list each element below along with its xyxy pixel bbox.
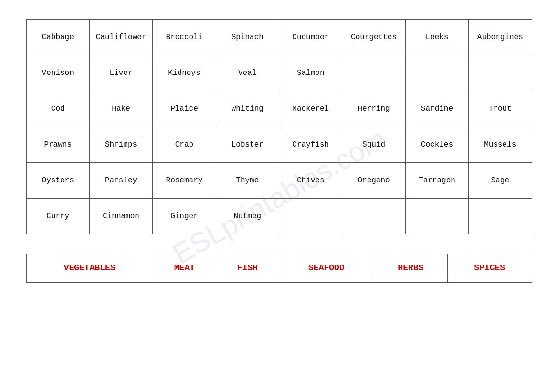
table-cell: Broccoli [153, 20, 216, 55]
table-cell: Venison [26, 55, 89, 91]
table-cell: Mussels [469, 127, 532, 163]
table-cell [342, 199, 405, 234]
legend-cell: VEGETABLES [26, 254, 153, 283]
table-cell: Squid [342, 127, 405, 163]
legend-cell: SPICES [447, 254, 532, 283]
table-cell: Lobster [216, 127, 279, 163]
table-cell: Prawns [26, 127, 89, 163]
table-cell: Cabbage [26, 20, 89, 55]
table-cell: Thyme [216, 163, 279, 199]
table-row: CabbageCauliflowerBroccoliSpinachCucumbe… [26, 20, 532, 55]
table-cell: Oregano [342, 163, 405, 199]
table-cell: Oysters [26, 163, 89, 199]
legend-cell: HERBS [374, 254, 447, 283]
table-cell [279, 199, 342, 234]
table-cell: Trout [469, 91, 532, 127]
table-cell: Veal [216, 55, 279, 91]
table-row: CurryCinnamonGingerNutmeg [26, 199, 532, 234]
table-cell: Chives [279, 163, 342, 199]
table-row: VenisonLiverKidneysVealSalmon [26, 55, 532, 91]
table-cell: Mackerel [279, 91, 342, 127]
legend-cell: SEAFOOD [279, 254, 374, 283]
legend-table: VEGETABLESMEATFISHSEAFOODHERBSSPICES [26, 254, 532, 283]
table-cell [469, 55, 532, 91]
table-cell: Shrimps [89, 127, 152, 163]
table-cell: Hake [89, 91, 152, 127]
table-cell: Herring [342, 91, 405, 127]
table-row: CodHakePlaiceWhitingMackerelHerringSardi… [26, 91, 532, 127]
table-cell [405, 199, 468, 234]
table-cell: Courgettes [342, 20, 405, 55]
table-cell: Cod [26, 91, 89, 127]
table-cell: Cauliflower [89, 20, 152, 55]
table-cell: Cockles [405, 127, 468, 163]
table-row: PrawnsShrimpsCrabLobsterCrayfishSquidCoc… [26, 127, 532, 163]
table-cell: Cucumber [279, 20, 342, 55]
legend-cell: MEAT [153, 254, 216, 283]
table-cell: Aubergines [469, 20, 532, 55]
table-cell: Rosemary [153, 163, 216, 199]
table-cell: Crayfish [279, 127, 342, 163]
table-cell: Whiting [216, 91, 279, 127]
table-cell [342, 55, 405, 91]
table-cell: Liver [89, 55, 152, 91]
table-cell [469, 199, 532, 234]
table-cell: Curry [26, 199, 89, 234]
table-cell: Spinach [216, 20, 279, 55]
table-cell: Plaice [153, 91, 216, 127]
table-cell: Crab [153, 127, 216, 163]
legend-cell: FISH [216, 254, 279, 283]
table-cell [405, 55, 468, 91]
table-cell: Salmon [279, 55, 342, 91]
table-cell: Sardine [405, 91, 468, 127]
table-cell: Nutmeg [216, 199, 279, 234]
table-cell: Cinnamon [89, 199, 152, 234]
table-cell: Parsley [89, 163, 152, 199]
table-cell: Kidneys [153, 55, 216, 91]
main-food-table: CabbageCauliflowerBroccoliSpinachCucumbe… [26, 19, 532, 234]
table-row: OystersParsleyRosemaryThymeChivesOregano… [26, 163, 532, 199]
table-cell: Sage [469, 163, 532, 199]
table-cell: Ginger [153, 199, 216, 234]
table-cell: Tarragon [405, 163, 468, 199]
table-cell: Leeks [405, 20, 468, 55]
